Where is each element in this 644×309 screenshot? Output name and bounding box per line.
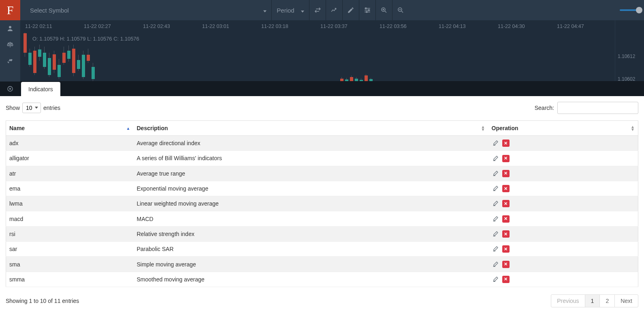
edit-icon[interactable]: [492, 200, 499, 207]
tab-strip: Indicators: [20, 81, 644, 96]
time-axis: 11-22 02:1111-22 02:2711-22 02:4311-22 0…: [20, 20, 644, 32]
cell-name: macd: [6, 211, 134, 226]
delete-icon[interactable]: ✕: [502, 261, 510, 268]
time-tick: 11-22 03:01: [202, 24, 229, 29]
search-input[interactable]: [557, 102, 638, 114]
edit-icon[interactable]: [492, 215, 499, 223]
cell-operation: ✕: [488, 196, 638, 211]
table-row: adxAverage directional index✕: [6, 136, 638, 151]
delete-icon[interactable]: ✕: [502, 276, 510, 283]
zoom-in-icon[interactable]: [376, 0, 392, 20]
svg-point-1: [368, 10, 369, 11]
delete-icon[interactable]: ✕: [502, 155, 510, 162]
edit-icon[interactable]: [492, 139, 499, 147]
table-row: lwmaLinear weighted moving average✕: [6, 196, 638, 211]
delete-icon[interactable]: ✕: [502, 215, 510, 223]
col-operation[interactable]: Operation ▲▼: [488, 121, 638, 136]
close-panel-button[interactable]: [0, 82, 20, 96]
cell-description: Smoothed moving average: [134, 272, 488, 287]
delete-icon[interactable]: ✕: [502, 230, 510, 238]
table-row: sarParabolic SAR✕: [6, 242, 638, 257]
symbol-select[interactable]: Select Symbol: [20, 0, 271, 20]
delete-icon[interactable]: ✕: [502, 245, 510, 253]
edit-icon[interactable]: [492, 155, 499, 162]
app-logo[interactable]: F: [0, 0, 20, 20]
pencil-icon[interactable]: [343, 0, 359, 20]
cell-operation: ✕: [488, 211, 638, 226]
sliders-icon[interactable]: [359, 0, 375, 20]
delete-icon[interactable]: ✕: [502, 139, 510, 147]
page-2[interactable]: 2: [599, 294, 615, 307]
cell-description: Relative strength index: [134, 226, 488, 241]
cell-operation: ✕: [488, 272, 638, 287]
cell-operation: ✕: [488, 151, 638, 166]
candlestick-series: [20, 33, 615, 81]
cell-name: alligator: [6, 151, 134, 166]
delete-icon[interactable]: ✕: [502, 170, 510, 177]
left-sidebar: [0, 20, 20, 96]
search-control: Search:: [535, 102, 638, 114]
time-tick: 11-22 03:37: [320, 24, 348, 29]
price-tick: 1.10602: [618, 76, 635, 81]
pagination: Previous12Next: [551, 294, 638, 307]
cell-name: sar: [6, 242, 134, 257]
cell-operation: ✕: [488, 136, 638, 151]
cell-description: Exponential moving average: [134, 181, 488, 196]
sort-both-icon: ▲▼: [481, 125, 485, 131]
table-controls: Show 10 entries Search:: [6, 102, 638, 114]
table-row: smmaSmoothed moving average✕: [6, 272, 638, 287]
page-next[interactable]: Next: [614, 294, 638, 307]
edit-icon[interactable]: [492, 185, 499, 192]
table-row: smaSimple moving average✕: [6, 257, 638, 272]
svg-point-5: [9, 26, 11, 28]
indicators-table: Name ▲ Description ▲▼ Operation ▲▼ adxAv…: [6, 120, 638, 287]
tab-indicators[interactable]: Indicators: [21, 82, 60, 96]
col-name[interactable]: Name ▲: [6, 121, 134, 136]
table-footer: Showing 1 to 10 of 11 entries Previous12…: [6, 294, 638, 307]
table-info: Showing 1 to 10 of 11 entries: [6, 298, 79, 304]
cell-name: smma: [6, 272, 134, 287]
chevron-down-icon: [263, 7, 267, 14]
show-label-suffix: entries: [43, 105, 60, 111]
edit-icon[interactable]: [492, 261, 499, 268]
cell-description: A series of Bill Williams' indicators: [134, 151, 488, 166]
time-tick: 11-22 04:30: [498, 24, 525, 29]
balance-icon[interactable]: [0, 36, 20, 53]
table-row: macdMACD✕: [6, 211, 638, 226]
symbol-select-label: Select Symbol: [30, 7, 69, 14]
sort-both-icon: ▲▼: [631, 125, 635, 131]
page-length-select[interactable]: 10: [22, 103, 41, 113]
show-label-prefix: Show: [6, 105, 20, 111]
indicators-panel: Show 10 entries Search: Name ▲ Descripti…: [0, 96, 644, 309]
cell-description: Average directional index: [134, 136, 488, 151]
table-row: alligatorA series of Bill Williams' indi…: [6, 151, 638, 166]
edit-icon[interactable]: [492, 230, 499, 238]
cell-name: adx: [6, 136, 134, 151]
cell-description: Average true range: [134, 166, 488, 181]
time-tick: 11-22 04:47: [557, 24, 584, 29]
delete-icon[interactable]: ✕: [502, 200, 510, 207]
cell-name: sma: [6, 257, 134, 272]
user-icon[interactable]: [0, 20, 20, 36]
delete-icon[interactable]: ✕: [502, 185, 510, 192]
sort-asc-icon: ▲: [126, 127, 130, 130]
time-tick: 11-22 04:13: [439, 24, 466, 29]
swap-icon[interactable]: [309, 0, 326, 20]
zoom-out-icon[interactable]: [392, 0, 409, 20]
cell-operation: ✕: [488, 166, 638, 181]
period-select[interactable]: Period: [272, 0, 309, 20]
page-prev[interactable]: Previous: [551, 294, 585, 307]
col-description[interactable]: Description ▲▼: [134, 121, 488, 136]
top-toolbar: F Select Symbol Period: [0, 0, 644, 20]
slider-thumb[interactable]: [636, 7, 642, 13]
page-1[interactable]: 1: [585, 294, 600, 307]
handshake-icon[interactable]: [0, 53, 20, 69]
chart-icon[interactable]: [326, 0, 342, 20]
zoom-slider[interactable]: [620, 9, 640, 11]
edit-icon[interactable]: [492, 276, 499, 283]
edit-icon[interactable]: [492, 245, 499, 253]
time-tick: 11-22 02:11: [25, 24, 52, 29]
table-row: emaExponential moving average✕: [6, 181, 638, 196]
edit-icon[interactable]: [492, 170, 499, 177]
chart-area[interactable]: 11-22 02:1111-22 02:2711-22 02:4311-22 0…: [20, 20, 644, 81]
